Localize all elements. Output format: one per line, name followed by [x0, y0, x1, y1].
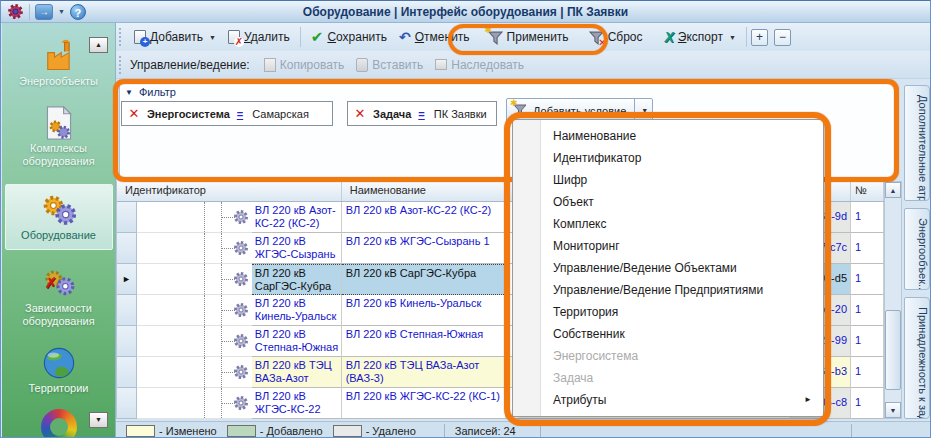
help-button[interactable]: ? — [70, 4, 86, 20]
scrollbar-up-button[interactable]: ▲ — [885, 182, 901, 198]
add-document-icon: + — [134, 30, 146, 44]
menu-item-object[interactable]: Объект — [513, 191, 823, 213]
cell-num[interactable]: 1 — [851, 326, 884, 357]
sidebar-scroll-down-button[interactable]: ▼ — [89, 412, 108, 428]
row-selector[interactable]: ► — [117, 264, 137, 295]
cell-num[interactable]: 1 — [851, 264, 884, 295]
cell-num[interactable]: 1 — [851, 388, 884, 419]
expand-all-button[interactable]: + — [751, 29, 768, 46]
column-header-num[interactable]: № — [851, 181, 884, 201]
export-dropdown-icon[interactable]: ▼ — [729, 34, 736, 41]
navigate-button[interactable]: → — [35, 4, 53, 20]
cell-identifier[interactable]: ВЛ 220 кВ СарГЭС-Кубра — [252, 264, 342, 295]
row-selector[interactable] — [117, 233, 137, 264]
equipment-gear-icon — [233, 240, 249, 258]
cell-name[interactable]: ВЛ 220 кВ Степная-Южная — [342, 326, 507, 357]
cell-name[interactable]: ВЛ 220 кВ СарГЭС-Кубра — [342, 264, 507, 295]
cell-name[interactable]: ВЛ 220 кВ Кинель-Уральск — [342, 295, 507, 326]
menu-item-territory[interactable]: Территория — [513, 301, 823, 323]
menu-item-cipher[interactable]: Шифр — [513, 169, 823, 191]
collapse-triangle-icon[interactable]: ▼ — [125, 88, 133, 97]
sidebar-item-territories[interactable]: Территории — [2, 344, 115, 395]
tab-energy-objects[interactable]: Энергообъек... — [904, 208, 930, 290]
menu-item-owner[interactable]: Собственник — [513, 323, 823, 345]
cell-num[interactable]: 1 — [851, 233, 884, 264]
condition-value[interactable]: Самарская — [252, 108, 309, 120]
sidebar-item-equipment-complexes[interactable]: Комплексы оборудования — [2, 104, 115, 168]
menu-item-complex[interactable]: Комплекс — [513, 213, 823, 235]
sidebar-item-equipment[interactable]: Оборудование — [5, 184, 113, 250]
apply-filter-button[interactable]: ✱ Применить — [482, 25, 575, 49]
table-scrollbar[interactable]: ▲ ▼ — [884, 181, 902, 419]
row-selector[interactable] — [117, 388, 137, 419]
toolbar-grip[interactable] — [119, 56, 124, 74]
menu-item-identifier[interactable]: Идентификатор — [513, 147, 823, 169]
cell-name[interactable]: ВЛ 220 кВ ЖГЭС-Сызрань 1 — [342, 233, 507, 264]
cell-name[interactable]: ВЛ 220 кВ ТЭЦ ВАЗа-Азот (ВАЗ-3) — [342, 357, 507, 388]
equipment-gear-icon — [233, 209, 249, 227]
delete-document-icon: ✗ — [228, 30, 240, 44]
column-header-name[interactable]: Наименование — [342, 181, 507, 201]
cancel-button[interactable]: ↶ Отменить — [393, 25, 476, 49]
navigate-dropdown-icon[interactable]: ▼ — [58, 8, 65, 15]
equipment-gear-icon — [233, 302, 249, 320]
toolbar-separator — [746, 27, 747, 47]
add-condition-menu: Наименование Идентификатор Шифр Объект К… — [512, 119, 824, 417]
toolbar-grip[interactable] — [119, 28, 124, 46]
column-header-identifier[interactable]: Идентификатор — [117, 181, 342, 201]
statusbar-separator — [540, 424, 541, 438]
operator-link[interactable]: = — [237, 108, 243, 120]
equipment-gear-icon — [233, 364, 249, 382]
collapse-all-button[interactable]: − — [774, 29, 791, 46]
sidebar-item-label: Территории — [28, 382, 88, 395]
scrollbar-down-button[interactable]: ▼ — [885, 402, 901, 418]
globe-icon — [41, 344, 77, 382]
export-button[interactable]: X Экспорт ▼ — [659, 25, 742, 49]
records-count: Записей: 24 — [455, 425, 516, 437]
add-dropdown-icon[interactable]: ▼ — [209, 34, 216, 41]
add-button[interactable]: + Добавить ▼ — [128, 25, 222, 49]
cell-num[interactable]: 1 — [851, 357, 884, 388]
cell-num[interactable]: 1 — [851, 295, 884, 326]
cell-identifier[interactable]: ВЛ 220 кВ Степная-Южная — [252, 326, 342, 357]
cell-name[interactable]: ВЛ 220 кВ ЖГЭС-КС-22 (КС-1) — [342, 388, 507, 419]
inherit-button[interactable]: Наследовать — [429, 53, 530, 77]
manage-toolbar: Управление/ведение: Копировать Вставить … — [116, 51, 930, 79]
paste-button[interactable]: Вставить — [350, 53, 429, 77]
cell-identifier[interactable]: ВЛ 220 кВ Кинель-Уральск — [252, 295, 342, 326]
tab-additional-attributes[interactable]: Дополнительные атрибу... — [904, 85, 930, 201]
cell-identifier[interactable]: ВЛ 220 кВ Азот-КС-22 (КС-2) — [252, 202, 342, 233]
row-selector[interactable] — [117, 295, 137, 326]
cell-identifier[interactable]: ВЛ 220 кВ ЖГЭС-Сызрань 1 — [252, 233, 342, 264]
cell-identifier[interactable]: ВЛ 220 кВ ТЭЦ ВАЗа-Азот (ВАЗ-3) — [252, 357, 342, 388]
save-button[interactable]: ✔ Сохранить — [305, 25, 393, 49]
operator-link[interactable]: = — [418, 108, 424, 120]
row-selector[interactable] — [117, 326, 137, 357]
excel-export-icon: X — [665, 29, 674, 45]
menu-item-name[interactable]: Наименование — [513, 125, 823, 147]
tab-task-membership[interactable]: Принадлежность к зад... — [904, 297, 930, 419]
menu-item-monitoring[interactable]: Мониторинг — [513, 235, 823, 257]
cell-identifier[interactable]: ВЛ 220 кВ ЖГЭС-КС-22 (КС-1) — [252, 388, 342, 419]
gears-icon — [40, 191, 78, 229]
condition-value[interactable]: ПК Заявки — [434, 108, 487, 120]
menu-item-manage-enterprises[interactable]: Управление/Ведение Предприятиями — [513, 279, 823, 301]
title-bar: → ▼ ? Оборудование | Интерфейс оборудова… — [1, 1, 930, 23]
titlebar-separator — [29, 4, 30, 20]
remove-condition-icon[interactable]: ✕ — [348, 106, 372, 121]
row-selector[interactable] — [117, 357, 137, 388]
statusbar-separator — [444, 424, 445, 438]
scrollbar-thumb[interactable] — [885, 310, 901, 390]
sidebar-scroll-up-button[interactable]: ▲ — [89, 37, 108, 53]
sidebar-item-equipment-dependencies[interactable]: ✗ Зависимости оборудования — [2, 264, 115, 328]
cell-num[interactable]: 1 — [851, 202, 884, 233]
reset-filter-button[interactable]: ✕ Сброс — [583, 25, 649, 49]
funnel-cross-icon: ✕ — [589, 30, 604, 45]
menu-item-manage-objects[interactable]: Управление/Ведение Объектами — [513, 257, 823, 279]
row-selector[interactable] — [117, 202, 137, 233]
cell-name[interactable]: ВЛ 220 кВ Азот-КС-22 (КС-2) — [342, 202, 507, 233]
copy-button[interactable]: Копировать — [258, 53, 351, 77]
remove-condition-icon[interactable]: ✕ — [122, 106, 146, 121]
delete-button[interactable]: ✗ Удалить — [222, 25, 296, 49]
menu-item-attributes[interactable]: Атрибуты ► — [513, 389, 823, 411]
